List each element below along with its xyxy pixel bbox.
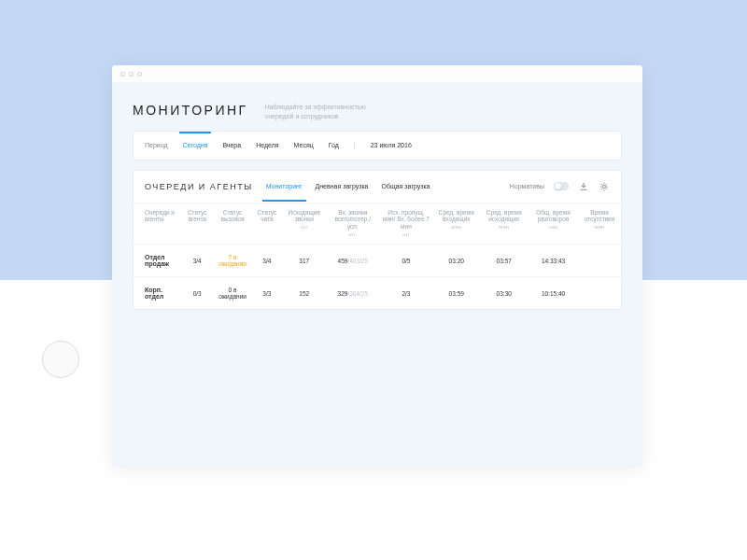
table-row[interactable]: Отдел продаж3/47 в ожидании3/4317459/403… <box>134 245 621 277</box>
period-date[interactable]: 23 июля 2016 <box>371 142 412 148</box>
download-icon[interactable] <box>578 181 589 192</box>
queues-section: ОЧЕРЕДИ И АГЕНТЫ МониторингДневная загру… <box>133 170 622 311</box>
col-10: Время отсутствиямин <box>578 203 621 245</box>
col-0: Очереди и агенты <box>134 203 181 245</box>
window-close-icon[interactable] <box>120 72 125 77</box>
page-title: МОНИТОРИНГ <box>133 103 248 118</box>
subtab-0[interactable]: Мониторинг <box>266 172 303 201</box>
period-tab-2[interactable]: Неделя <box>256 133 278 158</box>
col-5: Вх. звонки всего/потер./усп.шт. <box>327 203 379 245</box>
queues-table: Очереди и агентыСтатус агентаСтатус вызо… <box>134 203 621 310</box>
col-1: Статус агента <box>181 203 213 245</box>
period-panel: Период СегодняВчераНеделяМесяцГод | 23 и… <box>133 131 622 161</box>
subtab-1[interactable]: Дневная загрузка <box>316 172 369 201</box>
period-label: Период <box>145 142 168 148</box>
page-subtitle: Наблюдайте за эффективностью очередей и … <box>265 103 387 121</box>
col-3: Статус чата <box>252 203 282 245</box>
window-max-icon[interactable] <box>137 72 142 77</box>
date-separator: | <box>354 142 356 148</box>
period-tab-1[interactable]: Вчера <box>222 133 241 158</box>
col-2: Статус вызовов <box>213 203 252 245</box>
subtab-2[interactable]: Общая загрузка <box>382 172 430 201</box>
decorative-circle <box>42 341 79 378</box>
gear-icon[interactable] <box>599 181 610 192</box>
col-4: Исходящие звонкишт <box>282 203 327 245</box>
page-header: МОНИТОРИНГ Наблюдайте за эффективностью … <box>112 82 642 131</box>
norms-toggle[interactable] <box>554 182 569 190</box>
section-title: ОЧЕРЕДИ И АГЕНТЫ <box>145 182 253 191</box>
period-tab-3[interactable]: Месяц <box>294 133 314 158</box>
col-9: Общ. время разговоровчас <box>529 203 578 245</box>
period-tab-0[interactable]: Сегодня <box>183 133 208 158</box>
col-7: Сред. время входящихмин <box>433 203 479 245</box>
table-row[interactable]: Корп. отдел0/30 в ожидании3/3152329/304/… <box>134 277 621 310</box>
window-min-icon[interactable] <box>129 72 134 77</box>
col-8: Сред. время исходящихмин <box>479 203 529 245</box>
col-6: Исх. пропущ. мин/ Вх. более 7 миншт <box>379 203 433 245</box>
app-window: МОНИТОРИНГ Наблюдайте за эффективностью … <box>112 65 642 467</box>
svg-point-0 <box>602 185 605 188</box>
window-titlebar <box>112 65 642 82</box>
period-tab-4[interactable]: Год <box>329 133 339 158</box>
norms-label: Нормативы <box>510 183 544 189</box>
